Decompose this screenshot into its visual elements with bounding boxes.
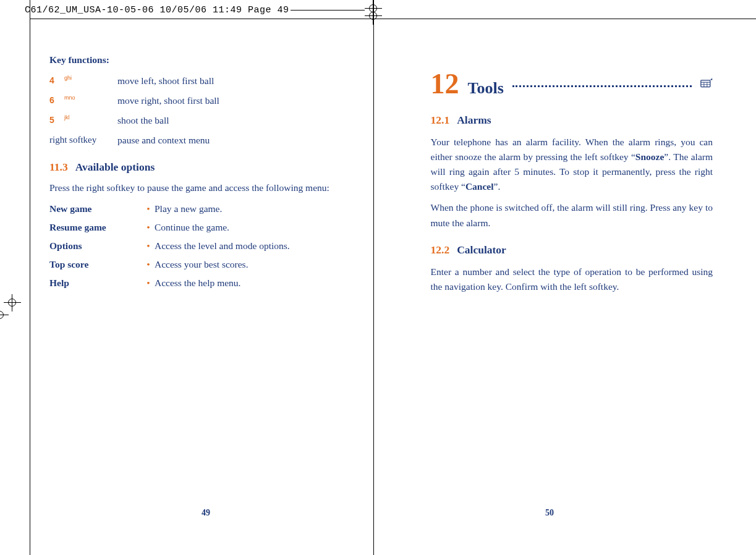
page-spread: Key functions: 4ghi move left, shoot fir… [37,37,725,300]
option-help-desc: Access the help menu. [155,276,332,290]
section-11-3-intro: Press the right softkey to pause the gam… [49,180,332,195]
key-4-desc: move left, shoot first ball [117,74,332,88]
section-12-2-heading: 12.2Calculator [431,242,713,258]
snooze-label: Snooze [635,151,665,162]
page-number-49: 49 [202,508,210,518]
section-11-3-title: Available options [75,161,155,173]
chapter-12-number: 12 [431,70,459,98]
option-resume-game: Resume game [49,220,142,235]
six-key-icon: 6mno [49,96,75,105]
chapter-12-title: Tools [468,76,504,101]
option-options-desc: Access the level and mode options. [155,239,332,253]
cancel-label: Cancel [465,181,494,192]
section-12-1-title: Alarms [457,114,491,126]
key-right-softkey: right softkey [49,133,117,147]
print-header: C61/62_UM_USA-10-05-06 10/05/06 11:49 Pa… [25,5,289,15]
section-12-2-title: Calculator [457,244,506,256]
key-6-desc: move right, shoot first ball [117,93,332,108]
page-50: 12 Tools 12.1Alarms Your telephone has a… [406,37,726,300]
bullet-icon: • [142,220,155,235]
section-12-2-number: 12.2 [431,244,450,256]
options-list: New game • Play a new game. Resume game … [49,201,332,290]
alarms-paragraph-2: When the phone is switched off, the alar… [431,200,713,230]
key-4: 4ghi [49,74,117,88]
section-11-3-number: 11.3 [49,161,68,173]
five-key-icon: 5jkl [49,116,70,125]
key-right-softkey-desc: pause and context menu [117,133,332,148]
chapter-12-heading: 12 Tools [431,70,713,101]
chapter-leader-dots [512,82,692,87]
option-new-game-desc: Play a new game. [155,201,332,216]
bullet-icon: • [142,239,155,253]
alarms-paragraph-1: Your telephone has an alarm facility. Wh… [431,135,713,194]
key-functions-table: 4ghi move left, shoot first ball 6mno mo… [49,74,332,148]
four-key-icon: 4ghi [49,76,72,85]
option-top-score: Top score [49,257,142,272]
key-6: 6mno [49,94,117,108]
section-11-3-heading: 11.3Available options [49,159,332,176]
registration-mark-left [6,297,19,309]
option-help: Help [49,276,142,290]
option-top-score-desc: Access your best scores. [155,257,332,272]
key-5: 5jkl [49,114,117,127]
bullet-icon: • [142,257,155,272]
text-run: ”. [494,181,501,192]
registration-mark-right [0,309,6,321]
page-49: Key functions: 4ghi move left, shoot fir… [37,37,357,300]
bullet-icon: • [142,201,155,216]
page-number-50: 50 [545,508,554,518]
bullet-icon: • [142,276,155,290]
option-new-game: New game [49,201,142,216]
svg-rect-0 [701,80,710,87]
key-functions-heading: Key functions: [49,53,332,67]
key-5-desc: shoot the ball [117,113,332,128]
calculator-paragraph-1: Enter a number and select the type of op… [431,265,713,294]
crop-line-top [30,19,756,19]
section-12-1-heading: 12.1Alarms [431,112,713,129]
tools-icon [700,77,713,88]
option-resume-game-desc: Continue the game. [155,220,332,235]
section-12-1-number: 12.1 [431,114,450,126]
option-options: Options [49,239,142,253]
crop-line-left [30,0,30,555]
print-header-rule [291,10,365,11]
